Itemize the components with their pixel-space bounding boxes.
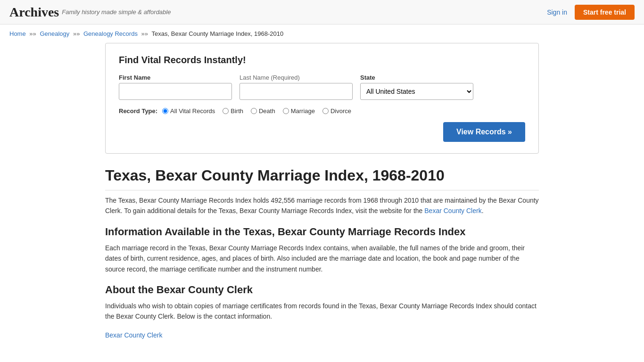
label-marriage: Marriage xyxy=(291,107,315,115)
breadcrumb-home[interactable]: Home xyxy=(9,30,26,37)
record-type-options: All Vital Records Birth Death Marriage D… xyxy=(162,107,351,115)
first-name-group: First Name xyxy=(119,74,232,100)
search-fields: First Name Last Name (Required) State Al… xyxy=(119,74,525,100)
logo-tagline: Family history made simple & affordable xyxy=(62,8,171,16)
logo-text: Archives xyxy=(9,5,59,20)
record-type-death[interactable]: Death xyxy=(251,107,275,115)
sign-in-link[interactable]: Sign in xyxy=(547,8,567,16)
label-all-vital: All Vital Records xyxy=(170,107,215,115)
breadcrumb-separator-1: »» xyxy=(29,30,38,37)
header-right: Sign in Start free trial xyxy=(547,5,635,20)
start-trial-button[interactable]: Start free trial xyxy=(575,5,635,20)
first-name-input[interactable] xyxy=(119,83,232,100)
state-label: State xyxy=(360,74,473,81)
search-box: Find Vital Records Instantly! First Name… xyxy=(105,43,539,154)
view-records-row: View Records » xyxy=(119,122,525,142)
breadcrumb-genealogy[interactable]: Genealogy xyxy=(40,30,69,37)
header: Archives Family history made simple & af… xyxy=(0,0,644,25)
breadcrumb-separator-3: »» xyxy=(141,30,150,37)
label-birth: Birth xyxy=(231,107,243,115)
intro-paragraph: The Texas, Bexar County Marriage Records… xyxy=(105,195,539,216)
radio-birth[interactable] xyxy=(223,108,229,114)
view-records-button[interactable]: View Records » xyxy=(443,122,525,142)
last-name-label: Last Name (Required) xyxy=(239,74,353,81)
radio-death[interactable] xyxy=(251,108,257,114)
breadcrumb-genealogy-records[interactable]: Genealogy Records xyxy=(83,30,138,37)
page-title: Texas, Bexar County Marriage Index, 1968… xyxy=(105,167,539,190)
radio-marriage[interactable] xyxy=(283,108,289,114)
breadcrumb-current: Texas, Bexar County Marriage Index, 1968… xyxy=(152,30,284,37)
bexar-county-clerk-link-1[interactable]: Bexar County Clerk xyxy=(424,207,481,214)
bexar-county-clerk-link-2[interactable]: Bexar County Clerk xyxy=(105,331,162,339)
state-select[interactable]: All United States Alabama Texas xyxy=(360,83,473,100)
logo: Archives Family history made simple & af… xyxy=(9,5,171,20)
radio-divorce[interactable] xyxy=(322,108,329,114)
record-type-birth[interactable]: Birth xyxy=(223,107,243,115)
breadcrumb-separator-2: »» xyxy=(73,30,82,37)
section2-heading: About the Bexar County Clerk xyxy=(105,284,539,296)
record-type-all-vital[interactable]: All Vital Records xyxy=(162,107,215,115)
header-left: Archives Family history made simple & af… xyxy=(9,5,171,20)
first-name-label: First Name xyxy=(119,74,232,81)
state-group: State All United States Alabama Texas xyxy=(360,74,473,100)
search-heading: Find Vital Records Instantly! xyxy=(119,55,525,66)
last-name-input[interactable] xyxy=(239,83,353,100)
record-type-marriage[interactable]: Marriage xyxy=(283,107,315,115)
record-type-label: Record Type: xyxy=(119,107,157,115)
record-type-divorce[interactable]: Divorce xyxy=(322,107,351,115)
intro-end: . xyxy=(482,207,484,214)
label-death: Death xyxy=(259,107,275,115)
breadcrumb: Home »» Genealogy »» Genealogy Records »… xyxy=(0,25,644,43)
label-divorce: Divorce xyxy=(330,107,351,115)
record-type-row: Record Type: All Vital Records Birth Dea… xyxy=(119,107,525,115)
main-content: Find Vital Records Instantly! First Name… xyxy=(96,43,548,358)
radio-all-vital[interactable] xyxy=(162,108,168,114)
section1-heading: Information Available in the Texas, Bexa… xyxy=(105,226,539,238)
last-name-group: Last Name (Required) xyxy=(239,74,353,100)
section1-text: Each marriage record in the Texas, Bexar… xyxy=(105,243,539,274)
section2-text: Individuals who wish to obtain copies of… xyxy=(105,301,539,322)
